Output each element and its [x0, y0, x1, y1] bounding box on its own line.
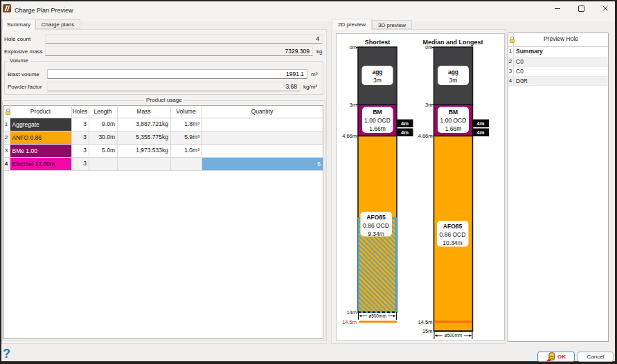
svg-text:1.66m: 1.66m [369, 125, 386, 132]
svg-text:9.34m: 9.34m [368, 230, 384, 237]
svg-text:1.00 OCD: 1.00 OCD [440, 117, 467, 124]
svg-text:AFO85: AFO85 [366, 214, 386, 221]
svg-text:1.66m: 1.66m [445, 125, 462, 132]
svg-text:4m: 4m [401, 120, 409, 127]
svg-text:14m: 14m [346, 309, 357, 316]
svg-text:AFO85: AFO85 [443, 223, 463, 230]
svg-text:4.66m: 4.66m [418, 133, 433, 139]
svg-text:0.86 OCD: 0.86 OCD [440, 231, 466, 238]
svg-text:4.66m: 4.66m [342, 133, 357, 139]
svg-text:14.5m: 14.5m [418, 319, 433, 325]
svg-text:BM: BM [373, 109, 382, 116]
svg-text:3m: 3m [350, 102, 357, 108]
svg-text:0m: 0m [425, 44, 432, 51]
svg-text:1.00 OCD: 1.00 OCD [364, 117, 391, 124]
svg-text:agg: agg [448, 69, 458, 75]
svg-text:BM: BM [449, 109, 458, 116]
svg-text:14.5m: 14.5m [342, 319, 357, 325]
svg-text:Shortest: Shortest [365, 39, 391, 46]
svg-text:ø500mm: ø500mm [368, 313, 386, 318]
svg-text:3m: 3m [425, 102, 432, 108]
svg-text:3m: 3m [449, 77, 458, 84]
svg-text:0m: 0m [350, 44, 357, 51]
svg-text:0.86 OCD: 0.86 OCD [363, 222, 389, 229]
svg-text:4m: 4m [477, 120, 485, 127]
svg-text:10.34m: 10.34m [442, 239, 462, 246]
svg-text:agg: agg [372, 69, 382, 75]
svg-text:3m: 3m [373, 77, 382, 84]
svg-text:ø500mm: ø500mm [445, 333, 463, 338]
svg-text:4m: 4m [477, 129, 485, 136]
svg-text:4m: 4m [401, 129, 409, 136]
svg-text:15m: 15m [422, 328, 433, 334]
